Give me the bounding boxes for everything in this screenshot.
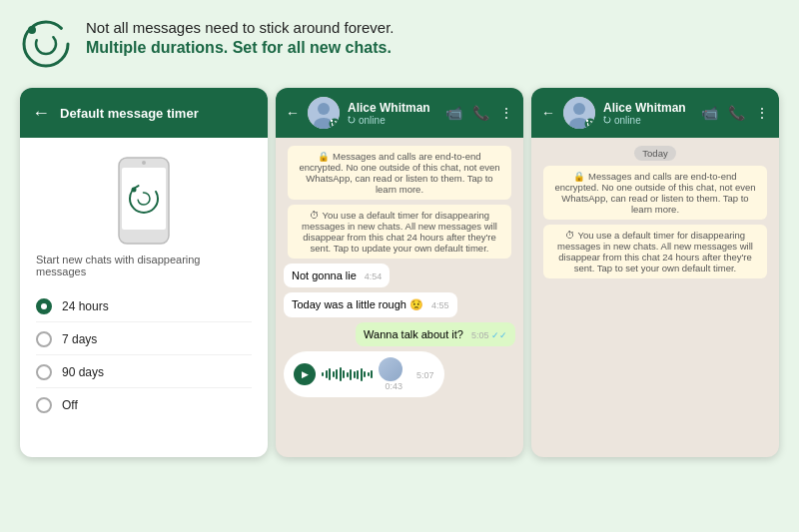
- wave-bar: [361, 368, 363, 381]
- wave-bar: [350, 369, 352, 380]
- timer-icon-2: ⏱: [310, 210, 320, 221]
- audio-duration: 0:43: [385, 381, 402, 391]
- wave-bar: [371, 370, 373, 378]
- audio-send-time: 5:07: [416, 370, 434, 380]
- audio-sender-avatar: [379, 357, 402, 381]
- video-call-icon-3[interactable]: 📹: [701, 105, 718, 121]
- back-button-chat3[interactable]: ←: [541, 105, 555, 121]
- svg-point-24: [604, 117, 606, 119]
- label-off: Off: [62, 398, 78, 412]
- option-7days[interactable]: 7 days: [36, 324, 252, 355]
- chat-name-area-2: Alice Whitman online: [348, 101, 437, 126]
- chat-action-icons-2: 📹 📞 ⋮: [445, 105, 513, 121]
- radio-options-list: 24 hours 7 days 90 days Off: [20, 287, 268, 424]
- contact-name-3: Alice Whitman: [603, 101, 693, 115]
- video-call-icon-2[interactable]: 📹: [445, 105, 462, 121]
- wave-bar: [322, 372, 324, 376]
- disappearing-messages-icon: [20, 18, 72, 70]
- wave-bar: [368, 372, 370, 376]
- svg-point-16: [349, 117, 351, 119]
- timer-notice-2: ⏱ You use a default timer for disappeari…: [288, 205, 511, 259]
- msg-time-3: 5:05 ✓✓: [471, 330, 507, 340]
- chat-panel-recipient: ← Alice Whitman: [531, 88, 779, 457]
- chat-header-recipient: ← Alice Whitman: [531, 88, 779, 138]
- radio-24hours[interactable]: [36, 298, 52, 314]
- svg-point-22: [586, 120, 588, 122]
- chat-avatar-2: [308, 97, 340, 129]
- phone-svg: [114, 156, 174, 246]
- more-icon-3[interactable]: ⋮: [755, 105, 769, 121]
- audio-message[interactable]: ▶: [284, 351, 444, 397]
- wave-bar: [364, 371, 366, 377]
- svg-point-18: [573, 103, 585, 115]
- wave-bar: [326, 370, 328, 378]
- chat-body-2: 🔒 Messages and calls are end-to-end encr…: [276, 138, 523, 457]
- message-2: Today was a little rough 😟 4:55: [284, 292, 457, 317]
- back-button[interactable]: ←: [32, 103, 50, 124]
- option-24hours[interactable]: 24 hours: [36, 291, 252, 322]
- wave-bars: [322, 367, 373, 381]
- timer-icon-3: ⏱: [565, 230, 575, 241]
- message-3: Wanna talk about it? 5:05 ✓✓: [356, 322, 515, 346]
- today-label: Today: [634, 146, 675, 161]
- chat-action-icons-3: 📹 📞 ⋮: [701, 105, 769, 121]
- wave-bar: [357, 370, 359, 379]
- msg-time-1: 4:54: [365, 271, 383, 281]
- play-button[interactable]: ▶: [294, 363, 316, 385]
- audio-waveform: [322, 366, 373, 382]
- back-button-chat2[interactable]: ←: [286, 105, 300, 121]
- double-tick-icon: ✓✓: [491, 330, 507, 340]
- phone-icon-2[interactable]: 📞: [472, 105, 489, 121]
- encryption-notice-2: 🔒 Messages and calls are end-to-end encr…: [288, 146, 511, 200]
- label-7days: 7 days: [62, 332, 97, 346]
- settings-description: Start new chats with disappearing messag…: [20, 254, 268, 287]
- header-section: Not all messages need to stick around fo…: [20, 18, 779, 70]
- header-text: Not all messages need to stick around fo…: [86, 18, 395, 58]
- more-icon-2[interactable]: ⋮: [499, 105, 513, 121]
- chat-avatar-3: [563, 97, 595, 129]
- settings-panel: ← Default message timer Start new chats …: [20, 88, 268, 457]
- contact-status-2: online: [348, 115, 437, 126]
- header-line1: Not all messages need to stick around fo…: [86, 18, 395, 38]
- svg-point-5: [142, 161, 146, 165]
- chat-panel-sender: ← Alice Whitman: [276, 88, 523, 457]
- wave-bar: [340, 367, 342, 381]
- phone-icon-3[interactable]: 📞: [728, 105, 745, 121]
- header-line2: Multiple durations. Set for all new chat…: [86, 38, 395, 59]
- label-24hours: 24 hours: [62, 299, 109, 313]
- option-90days[interactable]: 90 days: [36, 357, 252, 388]
- wave-bar: [354, 371, 356, 378]
- svg-point-14: [331, 120, 333, 122]
- settings-header: ← Default message timer: [20, 88, 268, 138]
- status-text-2: online: [359, 115, 386, 126]
- msg-time-2: 4:55: [431, 300, 449, 310]
- audio-meta: 0:43: [379, 357, 402, 391]
- radio-90days[interactable]: [36, 364, 52, 380]
- lock-icon-3: 🔒: [573, 171, 585, 182]
- timer-notice-3: ⏱ You use a default timer for disappeari…: [543, 225, 767, 278]
- wave-bar: [329, 368, 331, 380]
- svg-point-8: [132, 188, 137, 193]
- online-status-icon-3: [603, 116, 611, 124]
- label-90days: 90 days: [62, 365, 104, 379]
- contact-name-2: Alice Whitman: [348, 101, 437, 115]
- panels-container: ← Default message timer Start new chats …: [20, 88, 779, 457]
- chat-name-area-3: Alice Whitman online: [603, 101, 693, 126]
- wave-bar: [343, 370, 345, 378]
- contact-status-3: online: [603, 115, 693, 126]
- chat-header-sender: ← Alice Whitman: [276, 88, 523, 138]
- message-1: Not gonna lie 4:54: [284, 264, 390, 287]
- lock-icon-2: 🔒: [318, 151, 330, 162]
- svg-point-1: [36, 34, 56, 54]
- wave-bar: [347, 372, 349, 377]
- online-status-icon-2: [348, 116, 356, 124]
- wave-bar: [333, 371, 335, 377]
- option-off[interactable]: Off: [36, 390, 252, 420]
- status-text-3: online: [614, 115, 641, 126]
- radio-7days[interactable]: [36, 331, 52, 347]
- settings-title: Default message timer: [60, 106, 256, 121]
- svg-rect-4: [122, 168, 166, 230]
- wave-bar: [336, 369, 338, 379]
- radio-off[interactable]: [36, 397, 52, 413]
- phone-illustration: [20, 138, 268, 254]
